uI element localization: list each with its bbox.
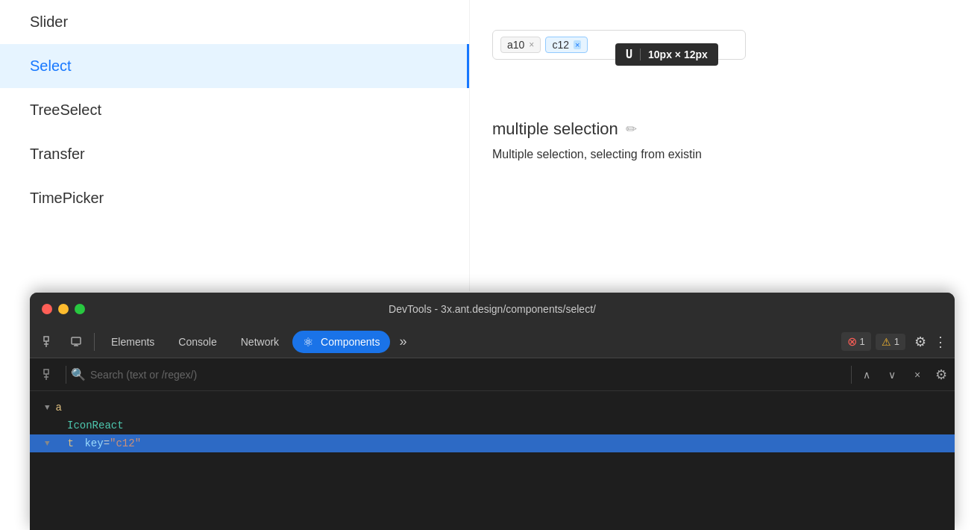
tree-component-iconreact: IconReact [67,420,124,431]
svg-rect-0 [44,337,48,341]
tree-arrow-t: ▼ [45,439,50,448]
maximize-button[interactable] [75,304,85,314]
section-description: Multiple selection, selecting from exist… [492,148,958,161]
tree-attr-val-c12: "c12" [110,437,141,449]
sidebar-item-slider[interactable]: Slider [0,0,469,44]
toolbar-separator-1 [94,333,95,351]
tag-c12-close[interactable]: × [574,40,581,49]
search-magnifier-icon: 🔍 [71,367,86,381]
devtools-title: DevTools - 3x.ant.design/components/sele… [389,303,596,315]
tab-elements[interactable]: Elements [101,331,165,352]
warning-icon: ⚠ [882,336,891,348]
warning-badge[interactable]: ⚠ 1 [876,334,905,350]
search-divider [66,366,66,384]
tree-row-iconreact[interactable]: IconReact [30,417,955,434]
sidebar-item-select[interactable]: Select [0,44,469,88]
badge-group: ⊗ 1 ⚠ 1 [841,332,905,351]
top-area: Slider Select TreeSelect Transfer TimePi… [0,0,980,291]
device-icon[interactable] [64,330,88,354]
error-count: 1 [860,336,865,347]
tree-tag-t: t [68,437,74,449]
tooltip-letter: U [626,48,632,61]
tab-console[interactable]: Console [168,331,227,352]
tree-row-a[interactable]: ▼ a [30,399,955,417]
tooltip-divider [640,49,641,60]
devtools-titlebar: DevTools - 3x.ant.design/components/sele… [30,293,955,325]
main-content: a10 × c12 × U 10px × 12px multiple selec… [470,0,980,291]
section-title-area: multiple selection ✏ [492,119,958,139]
react-icon: ⚛ [303,335,316,349]
devtools-panel: DevTools - 3x.ant.design/components/sele… [30,293,955,530]
tree-arrow-a: ▼ [45,403,50,412]
component-tree: ▼ a IconReact ▼ t key="c12" [30,391,955,460]
tag-c12[interactable]: c12 × [545,37,588,53]
tab-components[interactable]: ⚛ Components [292,331,390,353]
tag-a10[interactable]: a10 × [500,37,541,53]
sidebar-item-transfer[interactable]: Transfer [0,132,469,176]
minimize-button[interactable] [58,304,69,314]
search-settings-icon[interactable]: ⚙ [935,367,947,383]
settings-icon[interactable]: ⚙ [914,334,926,350]
search-up-icon[interactable]: ∧ [856,364,877,385]
svg-rect-3 [72,337,81,344]
svg-rect-6 [44,370,48,374]
tab-network[interactable]: Network [230,331,289,352]
warning-count: 1 [894,336,899,347]
tree-tag-a: a [56,402,62,414]
error-icon: ⊗ [847,334,857,349]
edit-icon[interactable]: ✏ [626,121,637,137]
sidebar-item-timepicker[interactable]: TimePicker [0,176,469,220]
inspector-icon[interactable] [37,330,61,354]
traffic-lights [42,304,85,314]
tree-attr-key: key [84,437,103,449]
section-title: multiple selection [492,119,618,139]
search-inspector-icon[interactable] [37,363,61,387]
devtools-search-bar: 🔍 ∧ ∨ × ⚙ [30,358,955,391]
more-options-icon[interactable]: ⋮ [934,334,947,350]
more-tabs-icon[interactable]: » [393,331,412,352]
search-down-icon[interactable]: ∨ [882,364,902,385]
tree-row-t-c12[interactable]: ▼ t key="c12" [30,434,955,452]
dimension-tooltip: U 10px × 12px [615,43,718,66]
tag-a10-close[interactable]: × [529,40,534,50]
devtools-toolbar: Elements Console Network ⚛ Components » … [30,325,955,358]
search-right-divider [851,366,852,384]
sidebar: Slider Select TreeSelect Transfer TimePi… [0,0,470,291]
search-input[interactable] [90,369,846,381]
search-clear-icon[interactable]: × [907,364,928,385]
error-badge[interactable]: ⊗ 1 [841,332,871,351]
tooltip-dimensions: 10px × 12px [648,49,708,60]
close-button[interactable] [42,304,52,314]
sidebar-item-treeselect[interactable]: TreeSelect [0,88,469,132]
